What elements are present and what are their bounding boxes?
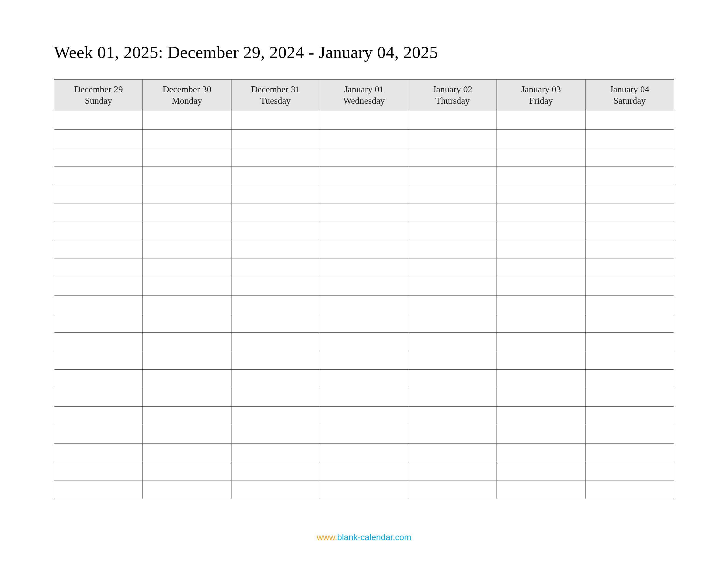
calendar-cell[interactable] [54, 130, 143, 148]
calendar-cell[interactable] [320, 480, 408, 499]
calendar-cell[interactable] [320, 259, 408, 277]
calendar-cell[interactable] [408, 241, 497, 259]
calendar-cell[interactable] [54, 259, 143, 277]
calendar-cell[interactable] [54, 406, 143, 425]
calendar-cell[interactable] [54, 277, 143, 296]
calendar-cell[interactable] [231, 388, 320, 406]
calendar-cell[interactable] [408, 480, 497, 499]
calendar-cell[interactable] [143, 388, 231, 406]
calendar-cell[interactable] [408, 425, 497, 443]
calendar-cell[interactable] [320, 425, 408, 443]
calendar-cell[interactable] [54, 167, 143, 185]
calendar-cell[interactable] [585, 167, 674, 185]
calendar-cell[interactable] [497, 167, 585, 185]
calendar-cell[interactable] [54, 333, 143, 351]
calendar-cell[interactable] [585, 351, 674, 370]
calendar-cell[interactable] [143, 167, 231, 185]
calendar-cell[interactable] [143, 111, 231, 130]
calendar-cell[interactable] [231, 425, 320, 443]
calendar-cell[interactable] [231, 406, 320, 425]
calendar-cell[interactable] [585, 277, 674, 296]
calendar-cell[interactable] [143, 296, 231, 314]
calendar-cell[interactable] [585, 333, 674, 351]
calendar-cell[interactable] [408, 167, 497, 185]
calendar-cell[interactable] [231, 277, 320, 296]
calendar-cell[interactable] [320, 296, 408, 314]
calendar-cell[interactable] [320, 388, 408, 406]
calendar-cell[interactable] [320, 462, 408, 480]
calendar-cell[interactable] [143, 259, 231, 277]
calendar-cell[interactable] [585, 185, 674, 204]
calendar-cell[interactable] [320, 333, 408, 351]
calendar-cell[interactable] [320, 111, 408, 130]
calendar-cell[interactable] [54, 185, 143, 204]
calendar-cell[interactable] [231, 111, 320, 130]
calendar-cell[interactable] [585, 314, 674, 333]
calendar-cell[interactable] [231, 296, 320, 314]
calendar-cell[interactable] [54, 204, 143, 222]
calendar-cell[interactable] [320, 130, 408, 148]
calendar-cell[interactable] [54, 388, 143, 406]
calendar-cell[interactable] [54, 148, 143, 167]
calendar-cell[interactable] [585, 222, 674, 241]
calendar-cell[interactable] [143, 277, 231, 296]
calendar-cell[interactable] [497, 425, 585, 443]
calendar-cell[interactable] [143, 370, 231, 388]
calendar-cell[interactable] [54, 462, 143, 480]
calendar-cell[interactable] [408, 185, 497, 204]
calendar-cell[interactable] [54, 296, 143, 314]
calendar-cell[interactable] [408, 296, 497, 314]
calendar-cell[interactable] [231, 462, 320, 480]
calendar-cell[interactable] [408, 333, 497, 351]
calendar-cell[interactable] [54, 425, 143, 443]
calendar-cell[interactable] [231, 370, 320, 388]
calendar-cell[interactable] [320, 185, 408, 204]
calendar-cell[interactable] [497, 314, 585, 333]
calendar-cell[interactable] [497, 204, 585, 222]
calendar-cell[interactable] [231, 314, 320, 333]
calendar-cell[interactable] [231, 351, 320, 370]
calendar-cell[interactable] [231, 480, 320, 499]
calendar-cell[interactable] [231, 148, 320, 167]
calendar-cell[interactable] [143, 130, 231, 148]
calendar-cell[interactable] [408, 277, 497, 296]
calendar-cell[interactable] [408, 111, 497, 130]
calendar-cell[interactable] [54, 314, 143, 333]
calendar-cell[interactable] [320, 406, 408, 425]
calendar-cell[interactable] [143, 406, 231, 425]
calendar-cell[interactable] [497, 148, 585, 167]
calendar-cell[interactable] [497, 259, 585, 277]
calendar-cell[interactable] [585, 480, 674, 499]
calendar-cell[interactable] [54, 111, 143, 130]
calendar-cell[interactable] [408, 130, 497, 148]
calendar-cell[interactable] [143, 351, 231, 370]
footer-link[interactable]: blank-calendar.com [337, 532, 411, 542]
calendar-cell[interactable] [231, 204, 320, 222]
calendar-cell[interactable] [408, 259, 497, 277]
calendar-cell[interactable] [585, 406, 674, 425]
calendar-cell[interactable] [320, 443, 408, 462]
calendar-cell[interactable] [231, 259, 320, 277]
calendar-cell[interactable] [497, 333, 585, 351]
calendar-cell[interactable] [497, 388, 585, 406]
calendar-cell[interactable] [585, 259, 674, 277]
calendar-cell[interactable] [320, 277, 408, 296]
calendar-cell[interactable] [143, 185, 231, 204]
calendar-cell[interactable] [231, 185, 320, 204]
calendar-cell[interactable] [497, 443, 585, 462]
calendar-cell[interactable] [143, 480, 231, 499]
calendar-cell[interactable] [585, 241, 674, 259]
calendar-cell[interactable] [497, 185, 585, 204]
calendar-cell[interactable] [54, 370, 143, 388]
calendar-cell[interactable] [497, 241, 585, 259]
calendar-cell[interactable] [408, 462, 497, 480]
calendar-cell[interactable] [585, 370, 674, 388]
calendar-cell[interactable] [320, 241, 408, 259]
calendar-cell[interactable] [408, 388, 497, 406]
calendar-cell[interactable] [143, 425, 231, 443]
calendar-cell[interactable] [497, 130, 585, 148]
calendar-cell[interactable] [320, 314, 408, 333]
calendar-cell[interactable] [143, 148, 231, 167]
calendar-cell[interactable] [231, 222, 320, 241]
calendar-cell[interactable] [497, 370, 585, 388]
